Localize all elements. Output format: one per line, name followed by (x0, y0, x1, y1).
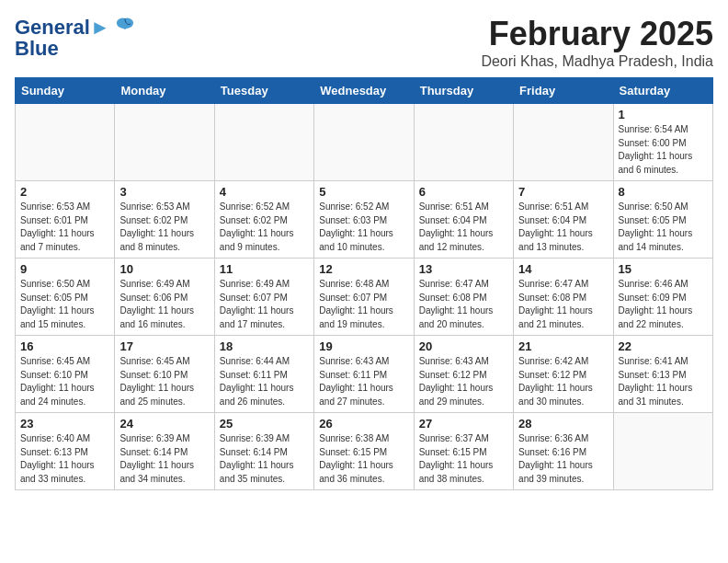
day-info: Sunrise: 6:52 AM Sunset: 6:02 PM Dayligh… (220, 201, 309, 254)
calendar-day-cell: 28Sunrise: 6:36 AM Sunset: 6:16 PM Dayli… (514, 413, 613, 490)
day-info: Sunrise: 6:45 AM Sunset: 6:10 PM Dayligh… (119, 355, 209, 408)
day-info: Sunrise: 6:38 AM Sunset: 6:15 PM Dayligh… (319, 432, 408, 486)
day-info: Sunrise: 6:49 AM Sunset: 6:07 PM Dayligh… (220, 278, 309, 331)
weekday-header-wednesday: Wednesday (314, 78, 414, 104)
day-number: 5 (319, 185, 408, 199)
day-info: Sunrise: 6:50 AM Sunset: 6:05 PM Dayligh… (20, 278, 109, 331)
calendar-day-cell: 20Sunrise: 6:43 AM Sunset: 6:12 PM Dayli… (414, 336, 513, 413)
day-number: 23 (20, 417, 109, 431)
day-info: Sunrise: 6:53 AM Sunset: 6:01 PM Dayligh… (20, 201, 109, 254)
day-number: 12 (319, 262, 408, 276)
calendar-day-cell (214, 104, 313, 181)
day-info: Sunrise: 6:39 AM Sunset: 6:14 PM Dayligh… (119, 432, 209, 486)
calendar-day-cell: 18Sunrise: 6:44 AM Sunset: 6:11 PM Dayli… (214, 336, 313, 413)
weekday-header-monday: Monday (115, 78, 214, 104)
day-number: 14 (518, 262, 608, 276)
calendar-day-cell: 24Sunrise: 6:39 AM Sunset: 6:14 PM Dayli… (115, 413, 214, 490)
calendar-day-cell: 25Sunrise: 6:39 AM Sunset: 6:14 PM Dayli… (214, 413, 313, 490)
day-info: Sunrise: 6:41 AM Sunset: 6:13 PM Dayligh… (619, 355, 708, 408)
calendar-day-cell: 15Sunrise: 6:46 AM Sunset: 6:09 PM Dayli… (613, 259, 712, 336)
day-info: Sunrise: 6:49 AM Sunset: 6:06 PM Dayligh… (119, 278, 209, 331)
calendar-table: SundayMondayTuesdayWednesdayThursdayFrid… (15, 77, 713, 490)
calendar-day-cell: 26Sunrise: 6:38 AM Sunset: 6:15 PM Dayli… (314, 413, 414, 490)
calendar-day-cell (514, 104, 613, 181)
weekday-header-row: SundayMondayTuesdayWednesdayThursdayFrid… (16, 78, 713, 104)
day-info: Sunrise: 6:51 AM Sunset: 6:04 PM Dayligh… (419, 201, 508, 254)
day-number: 7 (518, 185, 608, 199)
logo-bird-icon (112, 15, 138, 40)
logo-blue: Blue (15, 37, 59, 61)
day-number: 21 (518, 339, 608, 353)
day-number: 9 (20, 262, 109, 276)
calendar-day-cell: 16Sunrise: 6:45 AM Sunset: 6:10 PM Dayli… (16, 336, 115, 413)
calendar-day-cell: 5Sunrise: 6:52 AM Sunset: 6:03 PM Daylig… (314, 181, 414, 259)
calendar-title: February 2025 (481, 15, 713, 53)
day-info: Sunrise: 6:52 AM Sunset: 6:03 PM Dayligh… (319, 201, 408, 254)
day-number: 1 (619, 108, 708, 121)
day-number: 19 (319, 339, 408, 353)
weekday-header-friday: Friday (514, 78, 613, 104)
day-info: Sunrise: 6:39 AM Sunset: 6:14 PM Dayligh… (220, 432, 309, 486)
day-info: Sunrise: 6:43 AM Sunset: 6:12 PM Dayligh… (419, 355, 508, 408)
day-info: Sunrise: 6:40 AM Sunset: 6:13 PM Dayligh… (20, 432, 109, 486)
day-info: Sunrise: 6:37 AM Sunset: 6:15 PM Dayligh… (419, 432, 508, 486)
day-number: 10 (119, 262, 209, 276)
day-number: 8 (619, 185, 708, 199)
day-number: 11 (220, 262, 309, 276)
calendar-day-cell: 17Sunrise: 6:45 AM Sunset: 6:10 PM Dayli… (115, 336, 214, 413)
day-number: 18 (220, 339, 309, 353)
day-number: 24 (119, 417, 209, 431)
title-area: February 2025 Deori Khas, Madhya Pradesh… (481, 15, 713, 70)
day-info: Sunrise: 6:53 AM Sunset: 6:02 PM Dayligh… (119, 201, 209, 254)
day-info: Sunrise: 6:36 AM Sunset: 6:16 PM Dayligh… (518, 432, 608, 486)
calendar-day-cell: 23Sunrise: 6:40 AM Sunset: 6:13 PM Dayli… (16, 413, 115, 490)
day-number: 28 (518, 417, 608, 431)
calendar-day-cell: 2Sunrise: 6:53 AM Sunset: 6:01 PM Daylig… (16, 181, 115, 259)
day-number: 15 (619, 262, 708, 276)
day-info: Sunrise: 6:51 AM Sunset: 6:04 PM Dayligh… (518, 201, 608, 254)
calendar-day-cell: 8Sunrise: 6:50 AM Sunset: 6:05 PM Daylig… (613, 181, 712, 259)
day-number: 3 (119, 185, 209, 199)
calendar-day-cell: 22Sunrise: 6:41 AM Sunset: 6:13 PM Dayli… (613, 336, 712, 413)
calendar-week-row: 16Sunrise: 6:45 AM Sunset: 6:10 PM Dayli… (16, 336, 713, 413)
header: General► Blue February 2025 Deori Khas, … (15, 15, 713, 70)
day-number: 26 (319, 417, 408, 431)
logo-text: General► (15, 17, 110, 38)
day-info: Sunrise: 6:44 AM Sunset: 6:11 PM Dayligh… (220, 355, 309, 408)
calendar-day-cell (115, 104, 214, 181)
calendar-day-cell: 21Sunrise: 6:42 AM Sunset: 6:12 PM Dayli… (514, 336, 613, 413)
day-number: 2 (20, 185, 109, 199)
day-info: Sunrise: 6:46 AM Sunset: 6:09 PM Dayligh… (619, 278, 708, 331)
calendar-day-cell: 4Sunrise: 6:52 AM Sunset: 6:02 PM Daylig… (214, 181, 313, 259)
calendar-day-cell: 6Sunrise: 6:51 AM Sunset: 6:04 PM Daylig… (414, 181, 513, 259)
day-number: 17 (119, 339, 209, 353)
calendar-day-cell: 3Sunrise: 6:53 AM Sunset: 6:02 PM Daylig… (115, 181, 214, 259)
day-info: Sunrise: 6:45 AM Sunset: 6:10 PM Dayligh… (20, 355, 109, 408)
day-number: 25 (220, 417, 309, 431)
calendar-day-cell: 13Sunrise: 6:47 AM Sunset: 6:08 PM Dayli… (414, 259, 513, 336)
day-number: 22 (619, 339, 708, 353)
calendar-day-cell: 14Sunrise: 6:47 AM Sunset: 6:08 PM Dayli… (514, 259, 613, 336)
calendar-week-row: 23Sunrise: 6:40 AM Sunset: 6:13 PM Dayli… (16, 413, 713, 490)
calendar-day-cell: 19Sunrise: 6:43 AM Sunset: 6:11 PM Dayli… (314, 336, 414, 413)
day-info: Sunrise: 6:47 AM Sunset: 6:08 PM Dayligh… (518, 278, 608, 331)
day-info: Sunrise: 6:54 AM Sunset: 6:00 PM Dayligh… (619, 123, 708, 177)
day-info: Sunrise: 6:48 AM Sunset: 6:07 PM Dayligh… (319, 278, 408, 331)
calendar-day-cell: 1Sunrise: 6:54 AM Sunset: 6:00 PM Daylig… (613, 104, 712, 181)
calendar-day-cell (414, 104, 513, 181)
calendar-week-row: 1Sunrise: 6:54 AM Sunset: 6:00 PM Daylig… (16, 104, 713, 181)
day-info: Sunrise: 6:43 AM Sunset: 6:11 PM Dayligh… (319, 355, 408, 408)
weekday-header-thursday: Thursday (414, 78, 513, 104)
day-number: 20 (419, 339, 508, 353)
weekday-header-saturday: Saturday (613, 78, 712, 104)
calendar-subtitle: Deori Khas, Madhya Pradesh, India (481, 53, 713, 70)
calendar-week-row: 9Sunrise: 6:50 AM Sunset: 6:05 PM Daylig… (16, 259, 713, 336)
day-info: Sunrise: 6:42 AM Sunset: 6:12 PM Dayligh… (518, 355, 608, 408)
day-number: 13 (419, 262, 508, 276)
day-info: Sunrise: 6:50 AM Sunset: 6:05 PM Dayligh… (619, 201, 708, 254)
calendar-day-cell: 11Sunrise: 6:49 AM Sunset: 6:07 PM Dayli… (214, 259, 313, 336)
calendar-day-cell: 12Sunrise: 6:48 AM Sunset: 6:07 PM Dayli… (314, 259, 414, 336)
calendar-day-cell: 7Sunrise: 6:51 AM Sunset: 6:04 PM Daylig… (514, 181, 613, 259)
logo: General► Blue (15, 15, 138, 61)
calendar-day-cell (16, 104, 115, 181)
